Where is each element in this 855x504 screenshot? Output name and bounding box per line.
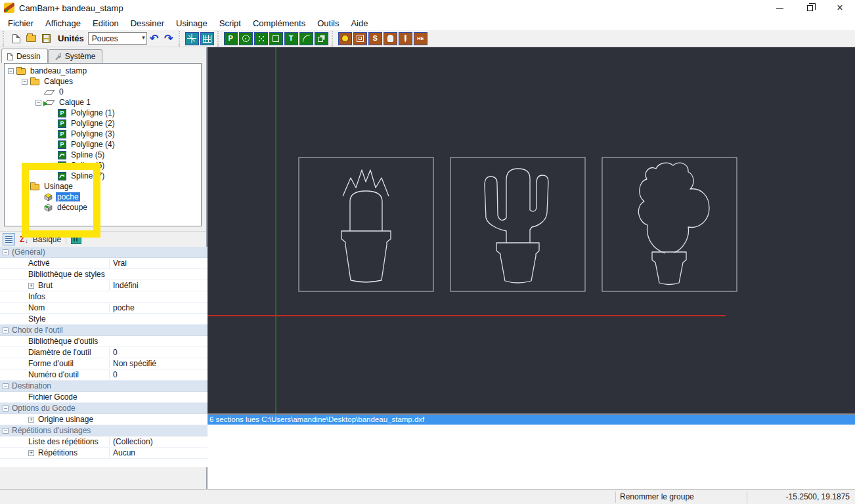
property-value[interactable]: 0 (109, 370, 208, 379)
property-row[interactable]: +Origine usinage (0, 414, 208, 425)
property-category[interactable]: −Choix de l'outil (0, 325, 208, 336)
log-line-selected[interactable]: 6 sections lues C:\Users\amandine\Deskto… (208, 415, 855, 425)
property-row[interactable]: Style (0, 314, 208, 325)
undo-button[interactable]: ↶ (148, 32, 161, 45)
property-value[interactable]: Non spécifié (109, 359, 208, 368)
expand-icon[interactable]: + (28, 450, 34, 456)
property-row[interactable]: Bibliothèque d'outils (0, 336, 208, 347)
expander-icon[interactable]: − (35, 100, 41, 106)
tree-row-layer0[interactable]: 0 (5, 87, 201, 97)
collapse-icon[interactable]: − (3, 428, 9, 434)
draw-arc-button[interactable] (299, 32, 313, 45)
tree-label[interactable]: Spline (5) (70, 150, 106, 159)
frame-square-3[interactable] (602, 158, 737, 291)
menu-usinage[interactable]: Usinage (170, 17, 213, 30)
draw-surface-button[interactable] (315, 32, 328, 45)
draw-polyline-button[interactable]: P (224, 32, 238, 45)
engrave-op-button[interactable]: S (368, 32, 382, 45)
expander-icon[interactable]: − (22, 79, 28, 85)
property-value[interactable]: Indéfini (109, 281, 208, 290)
close-button[interactable]: × (825, 0, 855, 16)
redo-button[interactable]: ↷ (162, 32, 175, 45)
property-row[interactable]: Diamètre de l'outil0 (0, 347, 208, 358)
menu-edition[interactable]: Edition (87, 17, 125, 30)
menu-complements[interactable]: Compléments (247, 17, 311, 30)
menu-fichier[interactable]: Fichier (2, 17, 39, 30)
expander-icon[interactable]: − (8, 68, 14, 74)
frame-square-2[interactable] (450, 158, 585, 291)
menu-affichage[interactable]: Affichage (39, 17, 87, 30)
drill-op-button[interactable] (399, 32, 412, 45)
cactus-1-drawing[interactable] (341, 170, 391, 282)
tree-label[interactable]: Polyligne (4) (70, 140, 116, 149)
property-category[interactable]: −Répétitions d'usinages (0, 425, 208, 436)
tab-dessin[interactable]: Dessin (1, 49, 48, 63)
tree-label[interactable]: Calque 1 (58, 98, 92, 107)
lathe-op-button[interactable] (384, 32, 397, 45)
pocket-op-button[interactable] (338, 32, 352, 45)
expand-icon[interactable]: + (28, 417, 34, 423)
minimize-button[interactable] (764, 0, 795, 16)
property-row[interactable]: Forme d'outilNon spécifié (0, 358, 208, 369)
collapse-icon[interactable]: − (3, 249, 9, 255)
drawing-canvas[interactable] (208, 47, 855, 413)
draw-rectangle-button[interactable] (269, 32, 283, 45)
property-value[interactable]: Vrai (109, 259, 208, 268)
draw-text-button[interactable]: T (284, 32, 298, 45)
tab-systeme[interactable]: Système (48, 49, 103, 63)
property-row[interactable]: Nompoche (0, 303, 208, 314)
property-value[interactable]: (Collection) (109, 437, 208, 446)
collapse-icon[interactable]: − (3, 383, 9, 389)
tree-label[interactable]: 0 (58, 87, 65, 96)
categorized-view-button[interactable] (3, 233, 15, 245)
menu-script[interactable]: Script (213, 17, 247, 30)
property-value[interactable]: poche (109, 303, 208, 312)
new-file-button[interactable] (9, 32, 23, 45)
menu-outils[interactable]: Outils (311, 17, 345, 30)
property-row[interactable]: Liste des répétitions(Collection) (0, 436, 208, 448)
property-value[interactable]: 0 (109, 348, 208, 357)
expand-icon[interactable]: + (28, 283, 34, 289)
collapse-icon[interactable]: − (3, 327, 9, 333)
draw-circle-button[interactable] (239, 32, 253, 45)
units-combobox[interactable]: Pouces ▾ (88, 32, 147, 45)
property-row[interactable]: Bibliothèque de styles (0, 269, 208, 280)
property-value[interactable]: Aucun (109, 448, 208, 457)
show-grid-button[interactable] (200, 32, 214, 45)
property-row[interactable]: Infos (0, 291, 208, 303)
property-row[interactable]: +BrutIndéfini (0, 280, 208, 291)
tree-row-polyline2[interactable]: P Polyligne (2) (5, 118, 201, 129)
tree-row-root[interactable]: − bandeau_stamp (5, 66, 201, 76)
tree-label[interactable]: Polyligne (2) (70, 119, 116, 128)
open-file-button[interactable] (24, 32, 38, 45)
property-row[interactable]: Numéro d'outil0 (0, 369, 208, 381)
tree-row-calque1[interactable]: − Calque 1 (5, 97, 201, 108)
property-category[interactable]: −(Général) (0, 247, 208, 258)
combo-dropdown-icon[interactable]: ▾ (142, 34, 145, 41)
cactus-3-drawing[interactable] (638, 163, 709, 284)
draw-points-button[interactable] (254, 32, 268, 45)
property-category[interactable]: −Options du Gcode (0, 403, 208, 414)
restore-button[interactable] (795, 0, 825, 16)
save-file-button[interactable] (39, 32, 53, 45)
gcode-op-button[interactable]: HE (414, 32, 428, 45)
property-row[interactable]: Fichier Gcode (0, 392, 208, 403)
profile-op-button[interactable] (353, 32, 367, 45)
tree-label[interactable]: Calques (43, 77, 74, 86)
property-category[interactable]: −Destination (0, 381, 208, 392)
tree-row-polyline1[interactable]: P Polyligne (1) (5, 108, 201, 118)
tree-label[interactable]: Polyligne (1) (70, 108, 116, 117)
frame-square-1[interactable] (299, 158, 433, 291)
show-axes-button[interactable] (185, 32, 199, 45)
tree-row-calques[interactable]: − Calques (5, 76, 201, 87)
menu-dessiner[interactable]: Dessiner (125, 17, 170, 30)
tree-row-polyline4[interactable]: P Polyligne (4) (5, 139, 201, 150)
property-row[interactable]: ActivéVrai (0, 258, 208, 269)
property-row[interactable]: +RépétitionsAucun (0, 448, 208, 459)
menu-aide[interactable]: Aide (345, 17, 374, 30)
tree-row-polyline3[interactable]: P Polyligne (3) (5, 129, 201, 139)
tree-row-spline5[interactable]: Spline (5) (5, 150, 201, 160)
tree-label[interactable]: Polyligne (3) (70, 129, 116, 138)
collapse-icon[interactable]: − (3, 406, 9, 411)
tree-label[interactable]: bandeau_stamp (29, 66, 88, 75)
